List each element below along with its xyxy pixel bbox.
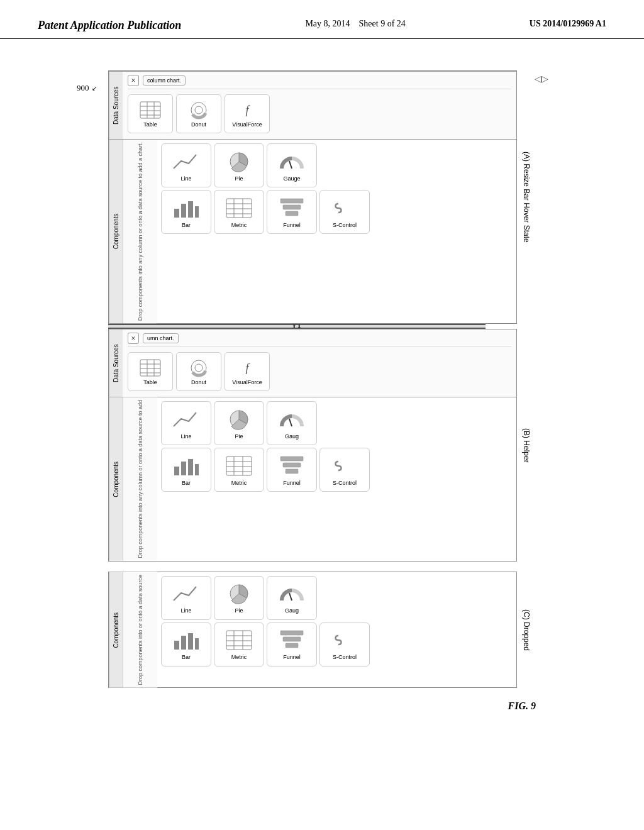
group-c-annotation: (C) Dropped (517, 572, 536, 689)
tile-funnel-c[interactable]: Funnel (267, 622, 317, 667)
line-icon-c1 (172, 582, 200, 606)
svg-rect-12 (174, 209, 179, 218)
tile-donut-b[interactable]: Donut (176, 352, 221, 391)
ds-chip-a: column chart. (143, 75, 186, 86)
svg-rect-48 (283, 463, 301, 467)
tile-line-c1[interactable]: Line (161, 576, 211, 620)
tile-pie-b[interactable]: Pie (214, 401, 264, 445)
publication-title: Patent Application Publication (38, 19, 181, 32)
tile-funnel-b[interactable]: Funnel (267, 448, 317, 492)
gauge-icon-b (278, 407, 306, 431)
tile-metric-c[interactable]: Metric (214, 622, 264, 667)
scontrol-icon-b (331, 454, 358, 478)
tile-table-a[interactable]: Table (128, 94, 173, 133)
funnel-icon-c (278, 628, 306, 652)
svg-point-33 (195, 364, 203, 372)
group-c: Components Drop components into or onto … (108, 572, 536, 689)
funnel-icon-b (278, 454, 306, 478)
svg-line-51 (289, 593, 292, 600)
drop-zone-label-b: Drop components into any column or onto … (123, 397, 157, 561)
chart-row-c-2: Bar (161, 622, 513, 667)
svg-rect-47 (280, 456, 303, 461)
svg-point-8 (195, 106, 203, 114)
svg-rect-55 (195, 638, 199, 650)
svg-rect-15 (195, 206, 199, 218)
ref-number-900: 900 ↙ (77, 83, 97, 93)
line-icon-a (172, 150, 200, 174)
svg-rect-22 (280, 199, 303, 203)
tile-bar-a[interactable]: Bar (161, 190, 211, 234)
tile-pie-c1[interactable]: Pie (214, 576, 264, 620)
pie-icon-b (225, 407, 253, 431)
metric-icon-a (225, 196, 253, 220)
svg-rect-40 (195, 464, 199, 475)
tile-table-b[interactable]: Table (128, 352, 173, 391)
tile-donut-a[interactable]: Donut (176, 94, 221, 133)
chart-row-a-1: Line Pie (161, 143, 513, 187)
funnel-icon-a (278, 196, 306, 220)
tile-visualforce-a[interactable]: f VisualForce (225, 94, 270, 133)
datasources-sidebar-a: Data Sources (109, 72, 123, 139)
group-c-panels: Components Drop components into or onto … (108, 572, 517, 689)
chart-grid-a: Line Pie (157, 140, 516, 323)
tile-gauge-a[interactable]: Gauge (267, 143, 317, 187)
tile-funnel-a[interactable]: Funnel (267, 190, 317, 234)
tile-scontrol-c[interactable]: S-Control (319, 622, 370, 667)
group-a-annotation: (A) Resize Bar Hover State (517, 70, 536, 324)
group-b-panels: Data Sources × umn chart. (108, 329, 517, 562)
header-center: May 8, 2014 Sheet 9 of 24 (305, 19, 405, 29)
tile-pie-a[interactable]: Pie (214, 143, 264, 187)
components-sidebar-c: Components (109, 572, 123, 688)
chart-grid-b: Line Pie (157, 397, 516, 561)
visualforce-icon-a: f (235, 100, 259, 120)
sheet-info: Sheet 9 of 24 (359, 19, 406, 28)
tile-bar-b[interactable]: Bar (161, 448, 211, 492)
drop-zone-label-c: Drop components into or onto a data sour… (123, 572, 157, 688)
gauge-icon-c1 (278, 582, 306, 606)
publication-number: US 2014/0129969 A1 (530, 19, 606, 29)
helper-arrow: ◁▷ (535, 74, 548, 84)
svg-rect-62 (280, 631, 303, 635)
svg-rect-64 (286, 643, 298, 648)
tile-gauge-b[interactable]: Gaug (267, 401, 317, 445)
chart-row-a-2: Bar (161, 190, 513, 234)
svg-rect-38 (181, 462, 186, 475)
bar-icon-b (172, 454, 200, 478)
components-sidebar-b: Components (109, 397, 123, 561)
group-a-panels: Data Sources × column chart. (108, 70, 517, 324)
tile-line-a[interactable]: Line (161, 143, 211, 187)
svg-rect-56 (226, 631, 252, 650)
tile-metric-b[interactable]: Metric (214, 448, 264, 492)
group-a: Data Sources × column chart. (108, 70, 536, 324)
visualforce-icon-b: f (235, 358, 259, 378)
svg-rect-41 (226, 456, 252, 475)
group-b: Data Sources × umn chart. (108, 329, 536, 562)
group-b-annotation: (B) Helper (517, 329, 536, 562)
tile-visualforce-b[interactable]: f VisualForce (225, 352, 270, 391)
scontrol-icon-a (331, 196, 358, 220)
tile-scontrol-b[interactable]: S-Control (319, 448, 370, 492)
svg-rect-63 (283, 637, 301, 641)
bar-icon-a (172, 196, 200, 220)
table-icon-a (138, 100, 162, 120)
tile-line-b[interactable]: Line (161, 401, 211, 445)
bar-icon-c (172, 628, 200, 652)
svg-rect-49 (286, 469, 298, 473)
tile-metric-a[interactable]: Metric (214, 190, 264, 234)
chart-row-b-1: Line Pie (161, 401, 513, 445)
tile-scontrol-a[interactable]: S-Control (319, 190, 370, 234)
scontrol-icon-c (331, 628, 358, 652)
pie-icon-a (225, 150, 253, 174)
resize-bar[interactable]: ⬆⬇ (108, 324, 486, 329)
fig-label: FIG. 9 (108, 700, 536, 712)
svg-rect-53 (181, 636, 186, 650)
chart-row-c-1: Line Pie (161, 576, 513, 620)
tile-gauge-c1[interactable]: Gaug (267, 576, 317, 620)
close-datasource-a[interactable]: × (128, 75, 139, 86)
svg-rect-54 (188, 633, 193, 650)
svg-line-36 (289, 419, 292, 426)
close-datasource-b[interactable]: × (128, 333, 139, 344)
chart-row-b-2: Bar (161, 448, 513, 492)
tile-bar-c[interactable]: Bar (161, 622, 211, 667)
group-c-components-top: Components Drop components into or onto … (109, 572, 516, 688)
